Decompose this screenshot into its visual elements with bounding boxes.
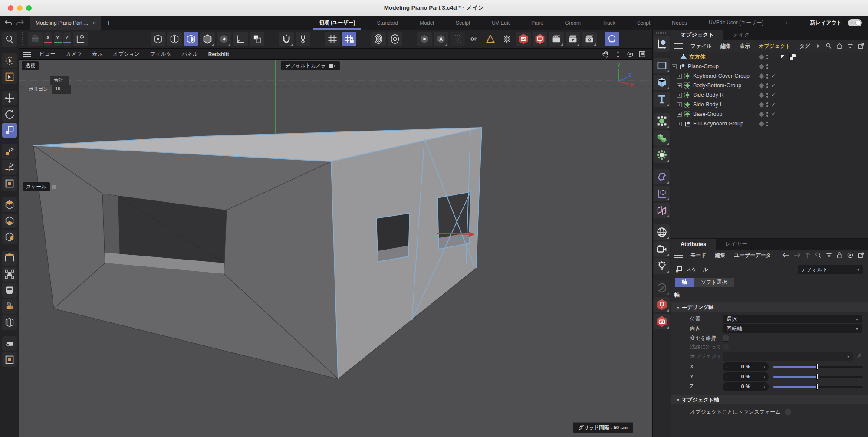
menu-options[interactable]: オプション [108, 50, 144, 58]
add-light-button[interactable] [654, 258, 670, 274]
add-axis-modifier-button[interactable] [654, 186, 670, 201]
add-layout-button[interactable]: + [775, 16, 799, 30]
expand-icon[interactable] [677, 112, 682, 117]
undo-icon[interactable] [4, 20, 13, 26]
object-link-field[interactable] [723, 352, 853, 361]
tab-takes[interactable]: テイク [723, 30, 759, 40]
enable-check[interactable] [771, 82, 777, 89]
attr-forward-icon[interactable] [793, 252, 801, 258]
expand-icon[interactable] [677, 83, 682, 88]
tree-row-cube[interactable]: 立方体 [671, 52, 868, 62]
tree-row-body-bottom[interactable]: Body-Bottom-Group [671, 81, 868, 90]
position-dropdown[interactable]: 選択 [723, 315, 862, 323]
slider-y-spinner[interactable]: ‹0 %› [723, 372, 769, 381]
slider-z[interactable] [773, 382, 863, 391]
along-normals-checkbox[interactable] [723, 344, 729, 350]
viewport-settings-button[interactable] [500, 32, 514, 46]
layer-icon[interactable] [759, 54, 764, 60]
reset-axis-button[interactable] [2, 214, 17, 228]
rotate-tool[interactable] [2, 107, 17, 122]
keep-changes-checkbox[interactable] [723, 335, 729, 342]
layer-icon[interactable] [759, 83, 764, 89]
menu-redshift[interactable]: Redshift [204, 51, 234, 57]
maximize-view-icon[interactable] [638, 50, 646, 58]
zoom-window-button[interactable] [26, 5, 32, 11]
layout-tab-initial[interactable]: 初期 (ユーザー) [308, 16, 366, 30]
enable-check[interactable] [771, 73, 777, 79]
model-mode-button[interactable] [200, 32, 215, 46]
orbit-icon[interactable] [626, 50, 634, 58]
weld-tool[interactable] [2, 283, 17, 298]
om-detach-icon[interactable] [858, 43, 865, 49]
slider-y[interactable] [773, 372, 863, 381]
axis-x-button[interactable]: X [44, 32, 52, 46]
close-window-button[interactable] [8, 5, 13, 11]
dolly-icon[interactable] [614, 50, 622, 58]
layout-toggle-switch[interactable] [848, 19, 862, 26]
attr-menu-edit[interactable]: 編集 [711, 252, 730, 259]
om-menu-more-icon[interactable] [817, 44, 820, 48]
layout-tab-script[interactable]: Script [626, 16, 661, 30]
slider-z-spinner[interactable]: ‹0 %› [723, 382, 769, 391]
menu-view[interactable]: ビュー [35, 50, 60, 58]
tree-row-side-body-r[interactable]: Side-Body-R [671, 90, 868, 100]
add-sky-button[interactable] [654, 224, 670, 240]
modeling-settings-button[interactable] [28, 32, 43, 46]
renderview-button[interactable]: RV [516, 32, 531, 46]
menu-filter[interactable]: フィルタ [145, 50, 176, 58]
view-label[interactable]: 透視 [22, 61, 39, 70]
ngon-guide-button[interactable] [371, 32, 386, 46]
add-spline-button[interactable] [654, 58, 670, 73]
add-deformer-button[interactable] [654, 169, 670, 184]
expand-icon[interactable] [677, 102, 682, 107]
texture-axis-button[interactable] [250, 32, 264, 46]
add-volume-button[interactable] [654, 130, 670, 146]
object-axis-header[interactable]: オブジェクト軸 [671, 395, 868, 404]
orientation-dropdown[interactable]: 回転軸 [723, 324, 862, 333]
redshift-ipr-button[interactable] [533, 32, 547, 46]
menu-display[interactable]: 表示 [87, 50, 107, 58]
attr-up-icon[interactable] [805, 252, 811, 259]
workplane-mode-button[interactable] [233, 32, 248, 46]
layer-icon[interactable] [759, 112, 764, 117]
expand-icon[interactable] [677, 93, 682, 98]
pen-tool[interactable] [2, 144, 17, 159]
tab-layers[interactable]: レイヤー [716, 239, 757, 250]
layout-tab-paint[interactable]: Paint [520, 16, 554, 30]
enable-check[interactable] [771, 111, 777, 117]
modeling-kernel-button[interactable] [388, 32, 402, 46]
tree-row-base-group[interactable]: Base-Group [671, 109, 868, 119]
slider-x-spinner[interactable]: ‹0 %› [723, 362, 769, 371]
quantize-button[interactable] [342, 32, 356, 46]
visibility-dots-icon[interactable] [766, 102, 768, 107]
preset-dropdown[interactable]: デフォルト [798, 265, 863, 274]
enable-check[interactable] [771, 92, 777, 98]
live-selection-tool[interactable] [2, 53, 17, 68]
edge-mode-button[interactable] [167, 32, 182, 46]
add-symmetry-button[interactable] [654, 203, 670, 218]
add-null-button[interactable] [654, 36, 670, 52]
visibility-dots-icon[interactable] [766, 74, 768, 79]
menu-camera[interactable]: カメラ [61, 50, 87, 58]
tweak-mode-button[interactable] [2, 176, 17, 191]
om-menu-view[interactable]: 表示 [736, 43, 754, 50]
visibility-dots-icon[interactable] [766, 55, 768, 59]
new-layout-button[interactable]: 新レイアウト [805, 16, 847, 30]
enable-check[interactable] [771, 102, 777, 108]
display-filter-button[interactable] [467, 32, 481, 46]
viewport-canvas[interactable]: 透視 合計 ポリゴン19 デフォルトカメラ Y Z X [19, 60, 652, 437]
isolate-button[interactable] [450, 32, 465, 46]
add-material-button[interactable] [654, 280, 670, 296]
subdivide-tool[interactable] [2, 299, 17, 314]
layout-tab-groom[interactable]: Groom [554, 16, 592, 30]
selection-tag-icon[interactable] [789, 54, 796, 60]
normals-button[interactable] [483, 32, 498, 46]
tree-row-keyboard-cover[interactable]: Keyboard-Cover-Group [671, 71, 868, 81]
attr-filter-icon[interactable] [825, 252, 832, 259]
snap-settings-button[interactable] [296, 32, 310, 46]
visibility-dots-icon[interactable] [766, 112, 768, 117]
render-to-picture-viewer-button[interactable] [566, 32, 580, 46]
camera-label-chip[interactable]: デフォルトカメラ [281, 61, 340, 70]
layer-icon[interactable] [759, 121, 764, 127]
interactive-render-button[interactable] [605, 32, 619, 46]
